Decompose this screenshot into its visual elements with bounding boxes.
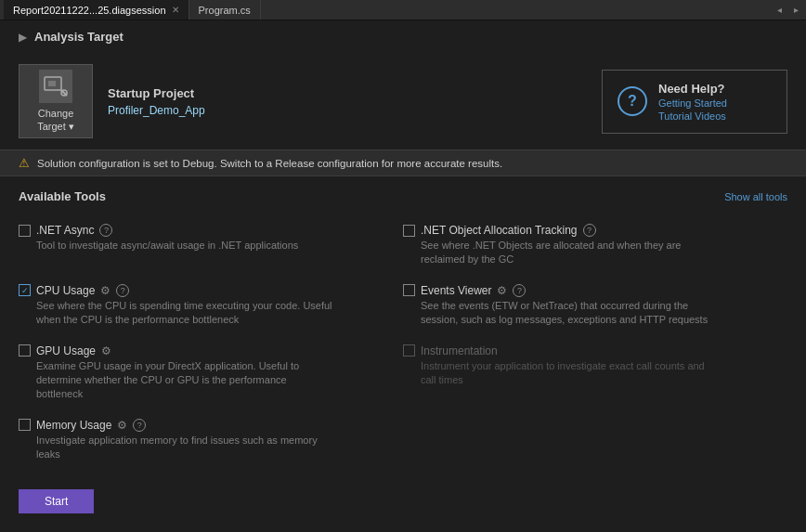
target-left: ChangeTarget ▾ Startup Project Profiler_… <box>19 64 205 138</box>
warning-bar: ⚠ Solution configuration is set to Debug… <box>0 149 806 176</box>
tool-memory-usage-description: Investigate application memory to find i… <box>19 434 334 462</box>
title-bar-controls: ◂ ▸ <box>773 4 802 17</box>
tab-diagsession-label: Report20211222...25.diagsession <box>13 5 166 16</box>
svg-rect-1 <box>48 81 56 86</box>
tool-cpu-usage-checkbox[interactable] <box>19 284 31 296</box>
tutorial-videos-link[interactable]: Tutorial Videos <box>658 110 727 122</box>
need-help-text: Need Help? Getting Started Tutorial Vide… <box>658 82 727 122</box>
tab-diagsession-close[interactable]: ✕ <box>172 5 179 15</box>
change-target-label: ChangeTarget ▾ <box>37 107 74 134</box>
tool-gpu-usage-description: Examine GPU usage in your DirectX applic… <box>19 359 334 402</box>
change-target-dropdown-arrow: ▾ <box>69 121 74 132</box>
tool-cpu-usage-description: See where the CPU is spending time execu… <box>19 299 334 328</box>
section-expand-btn[interactable]: ▶ <box>19 31 27 44</box>
available-tools-header: Available Tools Show all tools <box>0 184 806 209</box>
analysis-target: ChangeTarget ▾ Startup Project Profiler_… <box>0 53 806 149</box>
tool-memory-usage-name: Memory Usage <box>36 419 111 432</box>
tool-events-viewer-gear-icon[interactable]: ⚙ <box>497 284 507 297</box>
show-all-tools-link[interactable]: Show all tools <box>724 191 787 202</box>
tool-instrumentation-description: Instrument your application to investiga… <box>403 359 719 388</box>
change-target-icon <box>39 70 72 103</box>
start-area: Start <box>19 489 94 513</box>
tool-gpu-usage: GPU Usage ⚙ Examine GPU usage in your Di… <box>19 337 403 411</box>
tool-net-object-allocation-info-icon[interactable]: ? <box>583 224 596 237</box>
section-title: Analysis Target <box>34 30 124 44</box>
tool-cpu-usage-info-icon[interactable]: ? <box>116 284 129 297</box>
tool-memory-usage: Memory Usage ⚙ ? Investigate application… <box>19 411 403 472</box>
tool-net-object-allocation-checkbox[interactable] <box>403 225 415 237</box>
tool-gpu-usage-name: GPU Usage <box>36 344 96 357</box>
tools-grid: .NET Async ? Tool to investigate async/a… <box>0 216 806 472</box>
tool-events-viewer-checkbox[interactable] <box>403 284 415 296</box>
tool-instrumentation-checkbox <box>403 344 415 357</box>
tool-net-object-allocation-description: See where .NET Objects are allocated and… <box>403 239 719 267</box>
tool-gpu-usage-gear-icon[interactable]: ⚙ <box>101 344 111 357</box>
tool-cpu-usage-header: CPU Usage ⚙ ? <box>19 284 392 297</box>
tool-instrumentation-name: Instrumentation <box>421 344 498 357</box>
start-button[interactable]: Start <box>19 489 94 513</box>
tool-net-object-allocation-name: .NET Object Allocation Tracking <box>421 224 578 237</box>
tool-gpu-usage-header: GPU Usage ⚙ <box>19 344 392 357</box>
tool-instrumentation: Instrumentation Instrument your applicat… <box>403 337 787 411</box>
tool-net-async-header: .NET Async ? <box>19 224 392 237</box>
target-info: Startup Project Profiler_Demo_App <box>108 86 205 117</box>
tool-cpu-usage: CPU Usage ⚙ ? See where the CPU is spend… <box>19 277 403 337</box>
tool-events-viewer-description: See the events (ETW or NetTrace) that oc… <box>403 299 719 328</box>
getting-started-link[interactable]: Getting Started <box>658 97 727 109</box>
tool-memory-usage-checkbox[interactable] <box>19 419 31 431</box>
tool-memory-usage-gear-icon[interactable]: ⚙ <box>117 419 127 432</box>
tool-net-async-name: .NET Async <box>36 224 94 237</box>
tool-net-async-info-icon[interactable]: ? <box>99 224 112 237</box>
main-content: ▶ Analysis Target ChangeTarget ▾ <box>0 20 806 532</box>
available-tools-title: Available Tools <box>19 189 106 203</box>
change-target-button[interactable]: ChangeTarget ▾ <box>19 64 93 138</box>
scroll-right-btn[interactable]: ▸ <box>789 4 802 17</box>
need-help-title: Need Help? <box>658 82 727 96</box>
need-help-box: ? Need Help? Getting Started Tutorial Vi… <box>602 70 787 134</box>
title-bar: Report20211222...25.diagsession ✕ Progra… <box>0 0 806 20</box>
tool-instrumentation-header: Instrumentation <box>403 344 776 357</box>
tool-net-object-allocation: .NET Object Allocation Tracking ? See wh… <box>403 216 787 277</box>
help-icon: ? <box>618 86 647 116</box>
tool-net-async-checkbox[interactable] <box>19 225 31 237</box>
warning-text: Solution configuration is set to Debug. … <box>37 158 502 169</box>
tool-net-async: .NET Async ? Tool to investigate async/a… <box>19 216 403 277</box>
tool-events-viewer-info-icon[interactable]: ? <box>513 284 526 297</box>
section-header: ▶ Analysis Target <box>0 20 806 53</box>
tool-gpu-usage-checkbox[interactable] <box>19 344 31 357</box>
tool-memory-usage-info-icon[interactable]: ? <box>133 419 146 432</box>
tool-events-viewer: Events Viewer ⚙ ? See the events (ETW or… <box>403 277 787 337</box>
startup-project-label: Startup Project <box>108 86 205 100</box>
tool-events-viewer-header: Events Viewer ⚙ ? <box>403 284 776 297</box>
tool-net-async-description: Tool to investigate async/await usage in… <box>19 239 334 253</box>
tab-program-cs-label: Program.cs <box>199 5 251 16</box>
tool-cpu-usage-name: CPU Usage <box>36 284 95 297</box>
warning-icon: ⚠ <box>19 156 30 170</box>
tool-memory-usage-header: Memory Usage ⚙ ? <box>19 419 392 432</box>
tab-program-cs[interactable]: Program.cs <box>189 0 261 19</box>
project-name: Profiler_Demo_App <box>108 104 205 117</box>
tab-bar: Report20211222...25.diagsession ✕ Progra… <box>4 0 261 19</box>
tool-cpu-usage-gear-icon[interactable]: ⚙ <box>100 284 110 297</box>
tab-diagsession[interactable]: Report20211222...25.diagsession ✕ <box>4 0 189 19</box>
tool-net-object-allocation-header: .NET Object Allocation Tracking ? <box>403 224 776 237</box>
scroll-left-btn[interactable]: ◂ <box>773 4 786 17</box>
tool-events-viewer-name: Events Viewer <box>421 284 491 297</box>
